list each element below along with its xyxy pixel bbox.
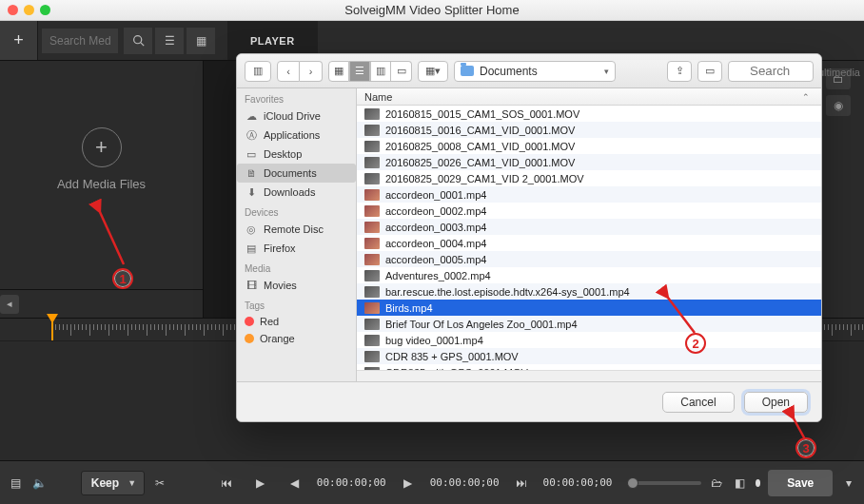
folder-open-icon[interactable]: 🗁	[709, 474, 725, 493]
share-icon[interactable]: ⇪	[667, 61, 692, 82]
icon-view-icon[interactable]: ▦	[328, 61, 349, 82]
desktop-icon: ▭	[245, 147, 258, 161]
prev-icon[interactable]: ⏮	[214, 474, 239, 493]
step-back-icon[interactable]: ◀	[283, 474, 307, 493]
column-view-icon[interactable]: ▥	[370, 61, 391, 82]
video-file-icon	[364, 205, 380, 217]
documents-icon: 🗎	[245, 166, 258, 180]
dialog-sidebar: Favorites ☁iCloud Drive ⒶApplications ▭D…	[237, 88, 357, 381]
file-row[interactable]: 20160815_0016_CAM1_VID_0001.MOV	[357, 122, 821, 138]
file-row[interactable]: accordeon_0004.mp4	[357, 235, 821, 251]
transport-controls: ⏮ ▶ ◀ 00:00:00;00 ▶ 00:00:00;00 ⏭ 00:00:…	[214, 474, 613, 493]
close-icon[interactable]	[8, 5, 18, 15]
cut-icon[interactable]: ✂	[152, 474, 168, 493]
keep-select[interactable]: Keep	[81, 471, 145, 495]
file-row[interactable]: 20160825_0008_CAM1_VID_0001.MOV	[357, 138, 821, 154]
open-button[interactable]: Open	[744, 392, 808, 413]
sidebar-item-desktop[interactable]: ▭Desktop	[237, 145, 356, 164]
playhead[interactable]	[51, 319, 53, 340]
video-file-icon	[364, 238, 380, 249]
maximize-icon[interactable]	[40, 5, 50, 15]
tags-icon[interactable]: ▭	[697, 61, 722, 82]
video-file-icon	[364, 270, 380, 281]
file-row[interactable]: 20160825_0026_CAM1_VID_0001.MOV	[357, 154, 821, 170]
coverflow-view-icon[interactable]: ▭	[391, 61, 412, 82]
panel-footer: ◂	[0, 289, 203, 318]
marker-icon[interactable]: ◧	[732, 474, 748, 493]
file-row[interactable]: Birds.mp4	[357, 300, 821, 316]
mute-icon[interactable]: 🔈	[31, 474, 48, 493]
traffic-lights	[0, 5, 50, 15]
dialog-search-input[interactable]	[728, 61, 814, 82]
file-row[interactable]: Brief Tour Of Los Angeles Zoo_0001.mp4	[357, 316, 821, 332]
sidebar-item-movies[interactable]: 🎞Movies	[237, 276, 356, 295]
timecode-3: 00:00:00;00	[543, 476, 613, 489]
media-panel: + Add Media Files ◂	[0, 61, 204, 318]
file-name: accordeon_0001.mp4	[385, 189, 486, 201]
play-icon[interactable]: ▶	[248, 474, 273, 493]
file-row[interactable]: accordeon_0002.mp4	[357, 203, 821, 219]
panel-left-icon[interactable]: ◂	[0, 295, 19, 314]
sidebar-item-downloads[interactable]: ⬇Downloads	[237, 183, 356, 202]
file-row[interactable]: accordeon_0005.mp4	[357, 251, 821, 267]
back-button[interactable]: ‹	[277, 61, 300, 82]
sidebar-item-icloud[interactable]: ☁iCloud Drive	[237, 107, 356, 126]
list-view-icon[interactable]: ☰	[349, 61, 370, 82]
sidebar-item-documents[interactable]: 🗎Documents	[237, 164, 356, 183]
layout-icon[interactable]: ▤	[8, 474, 24, 493]
dialog-footer: Cancel Open	[237, 381, 821, 421]
file-row[interactable]: bar.rescue.the.lost.episode.hdtv.x264-sy…	[357, 283, 821, 300]
sidebar-item-firefox[interactable]: ▤Firefox	[237, 239, 356, 258]
video-file-icon	[364, 302, 380, 314]
dialog-toolbar: ▥ ‹ › ▦ ☰ ▥ ▭ ▦▾ Documents ⇪ ▭	[237, 54, 821, 88]
file-row[interactable]: 20160825_0029_CAM1_VID 2_0001.MOV	[357, 170, 821, 186]
save-button[interactable]: Save	[768, 470, 833, 496]
sidebar-item-applications[interactable]: ⒶApplications	[237, 126, 356, 145]
video-file-icon	[364, 173, 380, 184]
horizontal-scrollbar[interactable]	[357, 370, 821, 381]
file-row[interactable]: bug video_0001.mp4	[357, 332, 821, 348]
camera-icon[interactable]: ◉	[826, 95, 851, 116]
video-file-icon	[364, 335, 380, 346]
sidebar-header-favorites: Favorites	[237, 88, 356, 107]
file-row[interactable]: accordeon_0001.mp4	[357, 186, 821, 203]
open-file-dialog: ▥ ‹ › ▦ ☰ ▥ ▭ ▦▾ Documents ⇪ ▭ Favorites…	[236, 53, 822, 422]
sidebar-item-red[interactable]: Red	[237, 313, 356, 330]
sidebar-item-orange[interactable]: Orange	[237, 330, 356, 347]
add-media-label: Add Media Files	[57, 177, 146, 191]
list-view-icon[interactable]: ☰	[155, 28, 184, 54]
grid-view-icon[interactable]: ▦	[187, 28, 215, 54]
minimize-icon[interactable]	[24, 5, 34, 15]
file-row[interactable]: Adventures_0002.mp4	[357, 267, 821, 283]
file-row[interactable]: CDR 835 + GPS_0001.MOV	[357, 348, 821, 364]
svg-line-1	[140, 43, 143, 46]
cancel-button[interactable]: Cancel	[662, 392, 734, 413]
file-name: 20160815_0015_CAM1_SOS_0001.MOV	[385, 108, 579, 120]
video-file-icon	[364, 108, 380, 120]
toggle-sidebar-icon[interactable]: ▥	[245, 61, 271, 82]
file-name: Brief Tour Of Los Angeles Zoo_0001.mp4	[385, 319, 578, 330]
record-dot-icon[interactable]	[756, 479, 760, 487]
column-header-name[interactable]: Name ⌃	[357, 88, 821, 106]
file-name: bug video_0001.mp4	[385, 335, 483, 346]
add-media-zone[interactable]: + Add Media Files	[0, 127, 203, 191]
arrange-menu[interactable]: ▦▾	[418, 61, 448, 82]
sidebar-item-remote-disc[interactable]: ◎Remote Disc	[237, 220, 356, 239]
file-list[interactable]: 20160815_0015_CAM1_SOS_0001.MOV20160815_…	[357, 106, 821, 370]
video-file-icon	[364, 351, 380, 362]
file-row[interactable]: accordeon_0003.mp4	[357, 219, 821, 235]
next-icon[interactable]: ⏭	[509, 474, 534, 493]
step-fwd-icon[interactable]: ▶	[396, 474, 421, 493]
location-popup[interactable]: Documents	[454, 61, 616, 82]
search-icon[interactable]	[124, 28, 152, 54]
video-file-icon	[364, 141, 380, 152]
video-file-icon	[364, 189, 380, 201]
apps-icon: Ⓐ	[245, 128, 258, 142]
file-row[interactable]: 20160815_0015_CAM1_SOS_0001.MOV	[357, 106, 821, 122]
forward-button[interactable]: ›	[300, 61, 323, 82]
add-button[interactable]: +	[0, 21, 38, 60]
save-dropdown-icon[interactable]: ▾	[840, 474, 856, 493]
zoom-slider[interactable]	[627, 481, 700, 485]
file-name: bar.rescue.the.lost.episode.hdtv.x264-sy…	[385, 286, 630, 298]
search-media-input[interactable]	[42, 29, 118, 53]
